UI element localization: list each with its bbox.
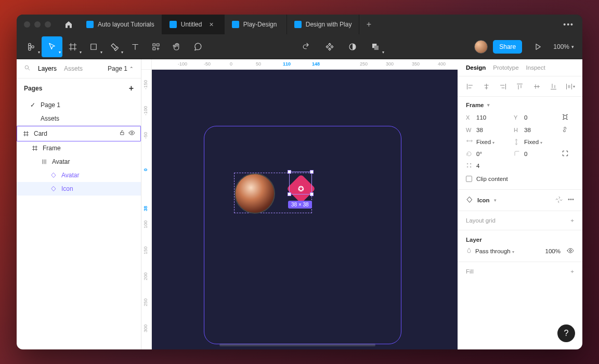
award-icon: ✪: [298, 185, 304, 193]
eye-icon[interactable]: [128, 129, 135, 138]
assets-tab[interactable]: Assets: [64, 65, 83, 72]
spacing-icon: [466, 162, 473, 170]
tab-play-design[interactable]: Play-Design: [225, 15, 287, 34]
y-input[interactable]: 0: [524, 114, 527, 121]
frame-icon: [31, 145, 38, 152]
fill-row[interactable]: Fill +: [458, 262, 582, 281]
layer-row-avatar-instance[interactable]: Avatar: [17, 168, 141, 182]
figma-file-icon: [294, 21, 302, 28]
main-menu-button[interactable]: ▾: [21, 36, 42, 57]
swap-instance-icon[interactable]: [555, 196, 563, 204]
align-hcenter-icon[interactable]: [480, 81, 492, 92]
mask-tool[interactable]: [342, 36, 363, 57]
reset-tool[interactable]: [296, 36, 317, 57]
layer-row-frame[interactable]: Frame: [17, 141, 141, 155]
align-left-icon[interactable]: [464, 81, 475, 92]
tab-auto-layout[interactable]: Auto layout Tutorials: [79, 15, 162, 34]
more-icon[interactable]: •••: [568, 196, 574, 204]
spacing-input[interactable]: 4: [476, 163, 479, 169]
svg-point-15: [470, 163, 471, 164]
tab-design-with-play[interactable]: Design with Play: [287, 15, 360, 34]
more-menu-icon[interactable]: •••: [555, 20, 582, 29]
canvas[interactable]: ✪ 38 × 38: [152, 70, 458, 349]
component-row[interactable]: Icon ▾ •••: [458, 190, 582, 211]
hand-tool[interactable]: [166, 36, 187, 57]
home-button[interactable]: [58, 20, 79, 29]
add-page-button[interactable]: +: [129, 84, 134, 93]
design-tab[interactable]: Design: [466, 64, 486, 71]
maximize-window-icon[interactable]: [45, 21, 51, 28]
individual-corners-icon[interactable]: [562, 150, 574, 158]
checkbox-icon[interactable]: [466, 176, 472, 182]
vresize-select[interactable]: Fixed ▾: [524, 139, 542, 145]
close-window-icon[interactable]: [24, 21, 30, 28]
search-icon[interactable]: [24, 64, 31, 73]
page-item[interactable]: ✓ Page 1: [17, 98, 141, 112]
frame-tool[interactable]: ▾: [62, 36, 83, 57]
boolean-tool[interactable]: ▾: [365, 36, 386, 57]
ruler-tick: -50: [143, 132, 148, 139]
text-tool[interactable]: [125, 36, 146, 57]
share-button[interactable]: Share: [493, 40, 522, 54]
width-input[interactable]: 38: [476, 127, 483, 133]
canvas-icon-badge[interactable]: ✪: [287, 174, 316, 204]
eye-icon[interactable]: [567, 247, 574, 255]
move-tool[interactable]: ▾: [42, 36, 62, 57]
align-right-icon[interactable]: [498, 81, 509, 92]
align-vcenter-icon[interactable]: [531, 81, 542, 92]
pen-tool[interactable]: ▾: [104, 36, 125, 57]
alignment-controls: ▾: [458, 76, 582, 97]
canvas-avatar-image[interactable]: [235, 173, 275, 214]
radius-input[interactable]: 0: [524, 151, 527, 157]
layer-row-avatar-group[interactable]: Avatar: [17, 155, 141, 168]
new-tab-button[interactable]: +: [359, 15, 378, 34]
resources-tool[interactable]: [146, 36, 166, 57]
tab-label: Untitled: [181, 21, 202, 28]
blend-mode-select[interactable]: Pass through ▾: [475, 248, 514, 254]
link-dimensions-icon[interactable]: [562, 126, 574, 134]
ruler-corner: [141, 59, 152, 70]
hresize-select[interactable]: Fixed ▾: [476, 139, 494, 145]
opacity-input[interactable]: 100%: [545, 248, 561, 254]
absolute-position-icon[interactable]: [562, 113, 574, 122]
titlebar: Auto layout Tutorials Untitled × Play-De…: [17, 15, 582, 34]
close-icon[interactable]: ×: [209, 20, 213, 29]
distribute-icon[interactable]: ▾: [565, 81, 576, 92]
add-icon[interactable]: +: [570, 268, 574, 275]
layer-row-card[interactable]: Card: [17, 126, 141, 141]
instance-icon: [466, 196, 473, 204]
comment-tool[interactable]: [187, 36, 208, 57]
layout-grid-row[interactable]: Layout grid +: [458, 211, 582, 230]
selection-size-badge: 38 × 38: [288, 201, 312, 209]
tab-untitled[interactable]: Untitled ×: [162, 15, 225, 34]
inspect-tab[interactable]: Inspect: [526, 64, 545, 71]
canvas-area[interactable]: -100-50050110148250300350400 -150-100-50…: [141, 59, 458, 349]
page-selector[interactable]: Page 1 ⌃: [108, 65, 134, 72]
scrollbar-horizontal[interactable]: [219, 344, 375, 346]
x-input[interactable]: 110: [476, 114, 486, 121]
present-button[interactable]: [527, 36, 548, 57]
minimize-window-icon[interactable]: [34, 21, 41, 28]
lock-icon[interactable]: [119, 129, 125, 138]
clip-content-row[interactable]: Clip content: [466, 173, 574, 187]
align-top-icon[interactable]: [514, 81, 526, 92]
rotation-input[interactable]: 0°: [476, 151, 482, 157]
help-button[interactable]: ?: [557, 324, 575, 342]
svg-rect-10: [374, 45, 379, 49]
svg-rect-3: [29, 45, 31, 48]
canvas-card-frame[interactable]: [204, 126, 401, 344]
svg-rect-5: [153, 44, 155, 46]
shape-tool[interactable]: ▾: [83, 36, 104, 57]
align-bottom-icon[interactable]: [548, 81, 559, 92]
frame-section-title[interactable]: Frame▾: [466, 102, 574, 108]
component-tool[interactable]: [319, 36, 340, 57]
layers-tab[interactable]: Layers: [38, 65, 57, 72]
user-avatar[interactable]: [474, 40, 488, 54]
layer-row-icon-instance[interactable]: Icon: [17, 182, 141, 196]
add-icon[interactable]: +: [570, 217, 574, 224]
page-item[interactable]: Assets: [17, 112, 141, 125]
ruler-tick: 0: [230, 61, 232, 67]
height-input[interactable]: 38: [524, 127, 531, 133]
prototype-tab[interactable]: Prototype: [493, 64, 518, 71]
zoom-selector[interactable]: 100%▾: [553, 43, 578, 50]
